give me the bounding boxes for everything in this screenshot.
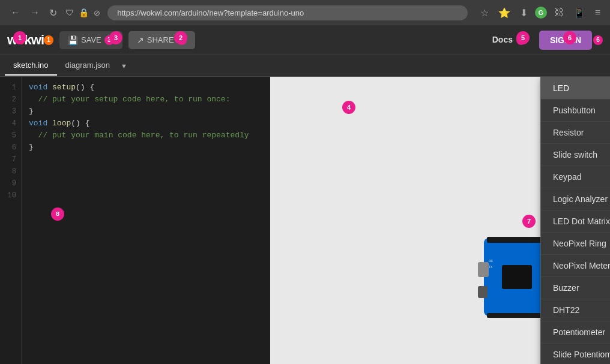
dropdown-item-dht22[interactable]: DHT22 (541, 299, 610, 321)
logo-text: wokwi (7, 32, 44, 48)
dropdown-item-neopixel-ring[interactable]: NeoPixel Ring (541, 233, 610, 255)
bookmark-button[interactable]: ☆ (478, 5, 491, 21)
dropdown-item-neopixel-meter[interactable]: NeoPixel Meter (541, 255, 610, 277)
main-content: 1 2 3 4 5 6 7 8 9 10 void setup() { // p… (0, 77, 610, 364)
signin-badge: 6 (593, 35, 603, 45)
ext-phone-button[interactable]: 📱 (571, 5, 588, 21)
code-line: // put your setup code here, to run once… (29, 94, 263, 106)
download-button[interactable]: ⬇ (518, 5, 530, 21)
code-lines: 1 2 3 4 5 6 7 8 9 10 void setup() { // p… (0, 77, 270, 364)
save-icon: 💾 (68, 35, 78, 45)
component-dropdown: LED Pushbutton Resistor Slide switch Key… (540, 77, 610, 364)
share-label: SHARE (147, 35, 174, 44)
forward-button[interactable]: → (26, 5, 43, 20)
ext-g-button[interactable]: G (535, 7, 547, 19)
dropdown-item-led[interactable]: LED (541, 77, 610, 100)
code-line: void loop() { (29, 118, 263, 130)
svg-text:TX: TX (489, 265, 493, 269)
docs-button[interactable]: Docs 5 (485, 31, 533, 49)
save-label: SAVE (81, 35, 101, 44)
tab-dropdown-arrow[interactable]: ▼ (118, 62, 130, 70)
dropdown-item-buzzer[interactable]: Buzzer (541, 277, 610, 299)
dropdown-list: LED Pushbutton Resistor Slide switch Key… (541, 77, 610, 364)
save-badge: 3 (104, 35, 114, 45)
tab-sketch[interactable]: sketch.ino (5, 56, 57, 76)
tracking-icon: ⊘ (94, 8, 100, 17)
code-line: } (29, 142, 263, 154)
annotation-7: 7 (522, 215, 536, 228)
share-badge: 2 (177, 35, 187, 45)
svg-rect-4 (478, 286, 488, 298)
dropdown-item-pushbutton[interactable]: Pushbutton (541, 100, 610, 122)
tab-diagram[interactable]: diagram.json (57, 56, 118, 76)
toolbar: wokwi 1 💾 SAVE 3 ↗ SHARE 2 Docs 5 SIGN I… (0, 25, 610, 55)
code-line: // put your main code here, to run repea… (29, 130, 263, 142)
dropdown-item-slide-switch[interactable]: Slide switch (541, 144, 610, 166)
back-button[interactable]: ← (7, 5, 24, 20)
logo-badge: 1 (44, 35, 53, 45)
dropdown-item-resistor[interactable]: Resistor (541, 122, 610, 144)
dropdown-item-logic-analyzer[interactable]: Logic Analyzer (8 channels) (541, 188, 610, 210)
dropdown-item-keypad[interactable]: Keypad (541, 166, 610, 188)
logo-area: wokwi 1 (7, 32, 53, 48)
browser-actions: ☆ ⭐ ⬇ G ⛓ 📱 ≡ (478, 5, 603, 21)
share-button[interactable]: ↗ SHARE 2 (128, 31, 195, 49)
app-container: wokwi 1 💾 SAVE 3 ↗ SHARE 2 Docs 5 SIGN I… (0, 25, 610, 364)
code-content[interactable]: void setup() { // put your setup code he… (22, 77, 270, 364)
browser-chrome: ← → ↻ 🛡 🔒 ⊘ ☆ ⭐ ⬇ G ⛓ 📱 ≡ (0, 0, 610, 25)
address-bar[interactable] (107, 5, 468, 20)
dropdown-item-led-dot-matrix[interactable]: LED Dot Matrix (MAX7219) (541, 210, 610, 233)
docs-badge: 5 (516, 35, 526, 45)
svg-rect-3 (478, 262, 489, 277)
shield-icon: 🛡 (65, 8, 74, 17)
ext-chain-button[interactable]: ⛓ (552, 5, 566, 20)
svg-text:RX: RX (489, 259, 494, 263)
reload-button[interactable]: ↻ (46, 5, 61, 21)
lock-icon: 🔒 (79, 8, 89, 17)
canvas-area: LED Pushbutton Resistor Slide switch Key… (270, 77, 610, 364)
docs-label: Docs (492, 35, 513, 44)
dropdown-item-slide-potentiometer[interactable]: Slide Potentiometer (541, 344, 610, 364)
tabs-bar: sketch.ino diagram.json ▼ (0, 55, 610, 77)
code-editor: 1 2 3 4 5 6 7 8 9 10 void setup() { // p… (0, 77, 270, 364)
code-line: } (29, 106, 263, 118)
signin-button[interactable]: SIGN IN (539, 31, 592, 50)
save-button[interactable]: 💾 SAVE 3 (59, 31, 122, 49)
svg-rect-5 (502, 265, 532, 289)
menu-button[interactable]: ≡ (593, 5, 603, 20)
share-icon: ↗ (137, 35, 144, 45)
signin-label: SIGN IN (550, 35, 581, 45)
dropdown-item-potentiometer[interactable]: Potentiometer (541, 321, 610, 344)
pocket-button[interactable]: ⭐ (496, 5, 513, 21)
line-numbers: 1 2 3 4 5 6 7 8 9 10 (0, 77, 22, 364)
code-line: void setup() { (29, 82, 263, 94)
annotation-4: 4 (342, 101, 355, 114)
nav-buttons: ← → ↻ (7, 5, 61, 21)
